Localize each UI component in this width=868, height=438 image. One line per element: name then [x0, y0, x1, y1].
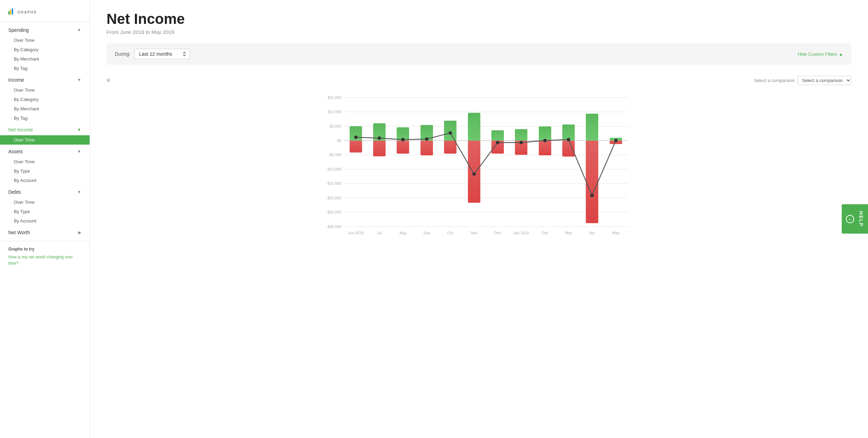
svg-text:$0: $0 [337, 138, 341, 143]
svg-rect-47 [539, 127, 551, 141]
net-income-over-time[interactable]: Over Time [0, 135, 90, 145]
debts-by-type[interactable]: By Type [0, 207, 90, 216]
svg-rect-51 [562, 141, 575, 157]
debts-header[interactable]: Debts ▼ [0, 186, 90, 198]
svg-rect-0 [8, 11, 10, 15]
svg-text:Jul: Jul [377, 231, 382, 235]
sidebar-bottom: Graphs to try How is my net worth changi… [0, 241, 90, 272]
main-content: Net Income From June 2018 to May 2019 Du… [90, 0, 868, 438]
svg-rect-24 [350, 141, 362, 153]
net-income-header[interactable]: Net Income ▼ [0, 124, 90, 135]
income-by-tag[interactable]: By Tag [0, 113, 90, 123]
assets-by-type[interactable]: By Type [0, 166, 90, 176]
svg-text:-$25,000: -$25,000 [326, 210, 341, 214]
svg-text:-$30,000: -$30,000 [326, 225, 341, 229]
filter-bar: During: Last 12 months Last 6 months Thi… [107, 43, 851, 65]
line-dot-dec [496, 141, 499, 144]
sidebar-section-spending: Spending ▼ Over Time By Category By Merc… [0, 25, 90, 73]
spending-by-category[interactable]: By Category [0, 45, 90, 54]
spending-over-time[interactable]: Over Time [0, 36, 90, 45]
sidebar-section-income: Income ▼ Over Time By Category By Mercha… [0, 74, 90, 123]
graphs-to-try-heading: Graphs to try [8, 247, 81, 252]
svg-text:-$15,000: -$15,000 [326, 181, 341, 185]
line-dot-may [614, 139, 618, 142]
page-subtitle: From June 2018 to May 2019 [107, 29, 851, 35]
spending-by-tag[interactable]: By Tag [0, 64, 90, 73]
svg-rect-39 [468, 141, 480, 203]
assets-items: Over Time By Type By Account [0, 157, 90, 185]
svg-rect-33 [421, 141, 433, 156]
assets-header[interactable]: Assets ▼ [0, 146, 90, 157]
line-dot-jul [378, 136, 381, 140]
filter-bar-left: During: Last 12 months Last 6 months Thi… [115, 49, 190, 59]
line-dot-jan [519, 141, 523, 144]
debts-over-time[interactable]: Over Time [0, 198, 90, 207]
help-button[interactable]: HELP › [842, 204, 868, 234]
net-income-label: Net Income [8, 127, 33, 133]
line-dot-aug [401, 138, 405, 142]
svg-rect-48 [539, 141, 551, 156]
graphs-to-try-link[interactable]: How is my net worth changing over time? [8, 255, 73, 266]
during-label: During: [115, 51, 130, 57]
sidebar-logo-text: GRAPHS [17, 10, 37, 14]
sidebar-header: GRAPHS [0, 6, 90, 22]
income-header[interactable]: Income ▼ [0, 74, 90, 85]
net-income-items: Over Time [0, 135, 90, 145]
spending-arrow: ▼ [77, 28, 81, 33]
svg-rect-41 [491, 130, 504, 141]
svg-rect-2 [12, 8, 13, 15]
sidebar-section-assets: Assets ▼ Over Time By Type By Account [0, 146, 90, 185]
line-dot-nov [472, 172, 476, 176]
assets-label: Assets [8, 149, 23, 154]
line-dot-feb [543, 139, 547, 142]
income-by-merchant[interactable]: By Merchant [0, 104, 90, 113]
comparison-wrapper: Select a comparison Select a comparison [754, 76, 851, 85]
debts-by-account[interactable]: By Account [0, 216, 90, 226]
line-dot-oct [449, 131, 452, 135]
svg-text:Dec: Dec [494, 231, 501, 235]
svg-rect-44 [515, 129, 527, 140]
period-select[interactable]: Last 12 months Last 6 months This year L… [135, 49, 190, 59]
svg-rect-36 [444, 141, 456, 154]
svg-text:Feb: Feb [542, 231, 548, 235]
chart-svg: $15,000 $10,000 $5,000 $0 -$5,000 -$10,0… [107, 91, 851, 243]
comparison-select[interactable]: Select a comparison [797, 76, 851, 85]
svg-rect-27 [373, 141, 386, 156]
svg-text:Sep: Sep [423, 231, 430, 235]
line-dot-jun [354, 136, 358, 139]
spending-header[interactable]: Spending ▼ [0, 25, 90, 36]
help-arrow-icon: › [846, 215, 854, 223]
svg-rect-38 [468, 113, 480, 141]
svg-rect-53 [586, 114, 598, 141]
svg-text:-$10,000: -$10,000 [326, 167, 341, 171]
svg-text:-$5,000: -$5,000 [329, 153, 341, 157]
svg-text:Oct: Oct [447, 231, 453, 235]
svg-text:Jun 2018: Jun 2018 [348, 231, 363, 235]
spending-label: Spending [8, 27, 29, 33]
line-dot-mar [567, 138, 570, 142]
income-by-category[interactable]: By Category [0, 95, 90, 104]
chart-filter-icon[interactable]: ≡ [107, 77, 110, 84]
svg-text:Nov: Nov [471, 231, 478, 235]
svg-text:$15,000: $15,000 [327, 95, 341, 100]
comparison-label: Select a comparison [754, 78, 795, 83]
sidebar: GRAPHS Spending ▼ Over Time By Category … [0, 0, 90, 438]
assets-over-time[interactable]: Over Time [0, 157, 90, 166]
net-income-line [356, 133, 616, 195]
hide-filters-button[interactable]: Hide Custom Filters ▲ [798, 52, 843, 57]
income-over-time[interactable]: Over Time [0, 85, 90, 95]
sidebar-section-debts: Debts ▼ Over Time By Type By Account [0, 186, 90, 226]
graphs-logo-icon [8, 8, 15, 16]
svg-rect-30 [397, 141, 409, 154]
net-income-arrow: ▼ [77, 127, 81, 132]
svg-rect-1 [10, 10, 11, 15]
assets-by-account[interactable]: By Account [0, 176, 90, 185]
debts-items: Over Time By Type By Account [0, 198, 90, 226]
hide-filters-arrow-icon: ▲ [839, 52, 843, 57]
hide-filters-label: Hide Custom Filters [798, 52, 837, 57]
help-label: HELP [858, 211, 864, 227]
net-worth-header[interactable]: Net Worth ▶ [0, 227, 90, 238]
spending-by-merchant[interactable]: By Merchant [0, 54, 90, 64]
sidebar-section-net-worth: Net Worth ▶ [0, 227, 90, 238]
chart-container: $15,000 $10,000 $5,000 $0 -$5,000 -$10,0… [107, 91, 851, 243]
